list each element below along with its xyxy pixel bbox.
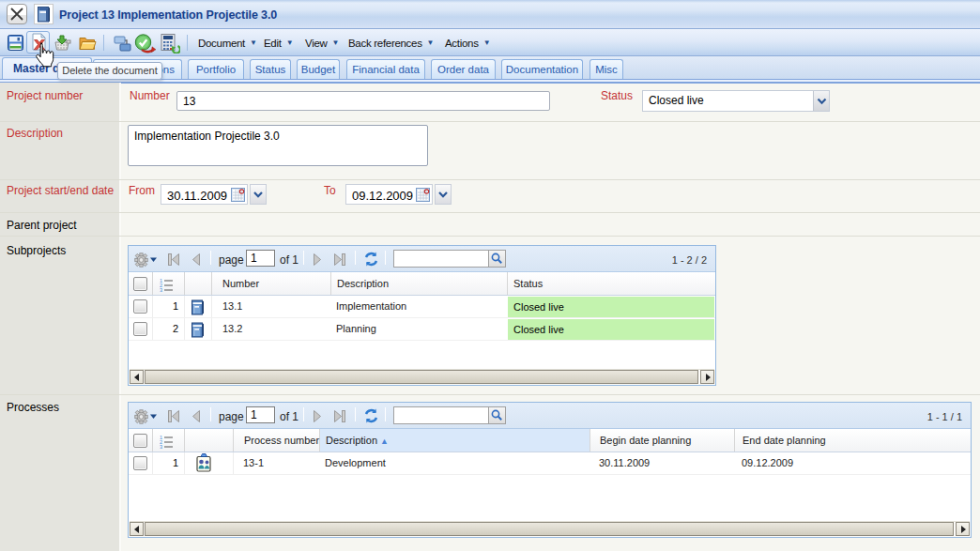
svg-text:3: 3 [160,444,162,450]
svg-text:3: 3 [160,287,162,293]
